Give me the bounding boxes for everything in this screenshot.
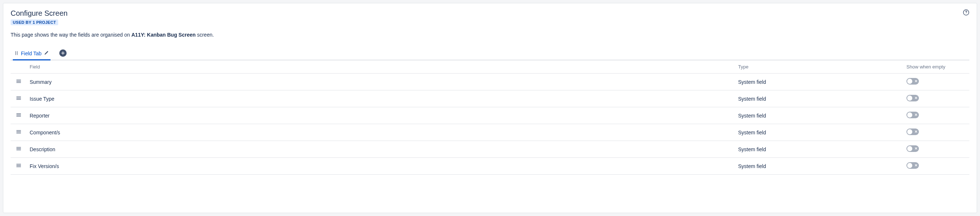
pencil-icon[interactable] <box>44 50 49 56</box>
drag-handle-icon[interactable] <box>16 79 21 84</box>
show-when-empty-toggle[interactable]: ✕ <box>907 78 919 84</box>
svg-rect-16 <box>16 147 21 148</box>
show-when-empty-toggle[interactable]: ✕ <box>907 145 919 152</box>
show-when-empty-toggle[interactable]: ✕ <box>907 129 919 135</box>
table-row: Component/s System field ✕ <box>11 124 969 141</box>
drag-handle-icon[interactable] <box>16 129 21 134</box>
tabs-bar: Field Tab <box>11 48 969 60</box>
x-icon: ✕ <box>915 79 918 83</box>
show-when-empty-toggle[interactable]: ✕ <box>907 112 919 118</box>
svg-rect-6 <box>16 83 21 83</box>
table-row: Description System field ✕ <box>11 141 969 158</box>
page-description: This page shows the way the fields are o… <box>11 32 969 38</box>
x-icon: ✕ <box>915 96 918 100</box>
field-name-cell: Fix Version/s <box>27 158 735 175</box>
usage-badge[interactable]: USED BY 1 PROJECT <box>11 19 58 25</box>
svg-rect-18 <box>16 150 21 151</box>
tab-label: Field Tab <box>21 51 42 56</box>
drag-vertical-icon <box>14 51 19 56</box>
svg-rect-21 <box>16 167 21 167</box>
svg-rect-2 <box>15 51 16 55</box>
table-row: Issue Type System field ✕ <box>11 91 969 107</box>
field-type-cell: System field <box>735 158 904 175</box>
table-row: Fix Version/s System field ✕ <box>11 158 969 175</box>
svg-rect-3 <box>17 51 18 55</box>
svg-rect-13 <box>16 130 21 131</box>
field-type-cell: System field <box>735 124 904 141</box>
add-tab-button[interactable] <box>59 49 67 57</box>
svg-rect-11 <box>16 114 21 115</box>
svg-rect-19 <box>16 164 21 165</box>
svg-rect-17 <box>16 148 21 149</box>
drag-handle-icon[interactable] <box>16 163 21 168</box>
svg-rect-14 <box>16 132 21 132</box>
table-row: Reporter System field ✕ <box>11 107 969 124</box>
svg-rect-20 <box>16 165 21 166</box>
page-title: Configure Screen <box>11 9 68 17</box>
field-name-cell: Description <box>27 141 735 158</box>
field-type-cell: System field <box>735 141 904 158</box>
x-icon: ✕ <box>915 113 918 117</box>
drag-handle-icon[interactable] <box>16 113 21 118</box>
field-name-cell: Reporter <box>27 107 735 124</box>
col-header-field: Field <box>27 60 735 74</box>
svg-rect-10 <box>16 113 21 114</box>
col-header-show: Show when empty <box>904 60 969 74</box>
svg-rect-8 <box>16 98 21 98</box>
field-type-cell: System field <box>735 74 904 91</box>
field-type-cell: System field <box>735 91 904 107</box>
help-icon[interactable] <box>963 9 969 17</box>
table-row: Summary System field ✕ <box>11 74 969 91</box>
tab-field-tab[interactable]: Field Tab <box>13 48 51 60</box>
svg-rect-7 <box>16 97 21 97</box>
svg-rect-9 <box>16 99 21 100</box>
svg-rect-5 <box>16 81 21 82</box>
show-when-empty-toggle[interactable]: ✕ <box>907 95 919 102</box>
x-icon: ✕ <box>915 130 918 133</box>
col-header-type: Type <box>735 60 904 74</box>
x-icon: ✕ <box>915 164 918 167</box>
fields-table: Field Type Show when empty Summary Syste… <box>11 60 969 175</box>
field-type-cell: System field <box>735 107 904 124</box>
drag-handle-icon[interactable] <box>16 146 21 151</box>
show-when-empty-toggle[interactable]: ✕ <box>907 162 919 169</box>
field-name-cell: Component/s <box>27 124 735 141</box>
svg-rect-4 <box>16 80 21 81</box>
field-name-cell: Summary <box>27 74 735 91</box>
svg-rect-15 <box>16 133 21 133</box>
drag-handle-icon[interactable] <box>16 95 21 101</box>
field-name-cell: Issue Type <box>27 91 735 107</box>
svg-rect-12 <box>16 116 21 117</box>
x-icon: ✕ <box>915 147 918 151</box>
svg-point-1 <box>966 14 966 14</box>
